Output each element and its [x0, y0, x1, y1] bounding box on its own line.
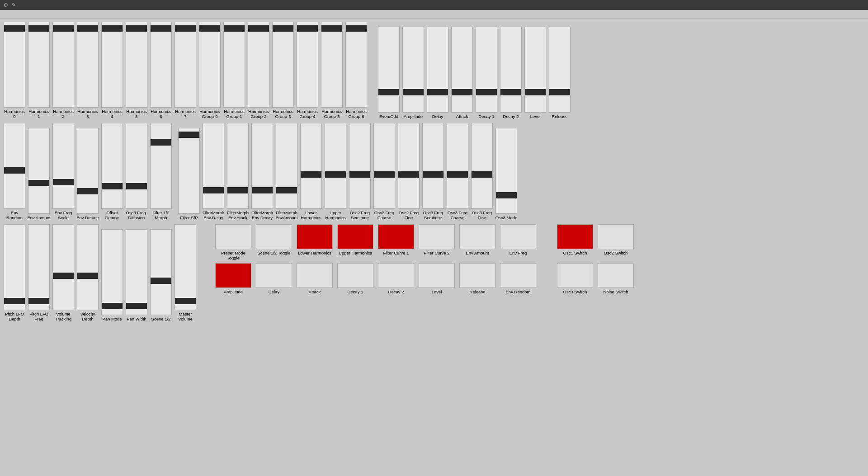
slider-decay-1[interactable]: Decay 1 — [475, 27, 498, 119]
slider-track[interactable] — [175, 224, 196, 310]
slider-track[interactable] — [77, 22, 99, 108]
slider-track[interactable] — [272, 22, 294, 108]
btn-amplitude[interactable]: Amplitude — [214, 263, 252, 294]
slider-track[interactable] — [297, 22, 318, 108]
btn-decay-2[interactable]: Decay 2 — [377, 263, 415, 294]
slider-osc2-freq-coarse[interactable]: Osc2 Freq Coarse — [373, 123, 396, 221]
slider-master-volume[interactable]: Master Volume — [174, 224, 197, 322]
button-rect[interactable] — [598, 263, 634, 288]
button-rect[interactable] — [378, 224, 414, 249]
slider-decay-2[interactable]: Decay 2 — [499, 27, 523, 119]
slider-track[interactable] — [203, 123, 224, 209]
button-rect[interactable] — [419, 263, 455, 288]
slider-osc3-freq-semitone[interactable]: Osc3 Freq Semitone — [421, 123, 445, 221]
btn-env-amount[interactable]: Env Amount — [458, 224, 496, 261]
slider-track[interactable] — [524, 27, 546, 113]
slider-delay[interactable]: Delay — [426, 27, 449, 119]
btn-scene-1-2-toggle[interactable]: Scene 1/2 Toggle — [255, 224, 293, 261]
slider-filtermorph-env-decay[interactable]: FilterMorph Env Decay — [250, 123, 274, 221]
slider-osc3-mode[interactable]: Osc3 Mode — [495, 128, 518, 220]
slider-harmonics-group-1[interactable]: Harmonics Group-1 — [222, 22, 246, 119]
button-rect[interactable] — [419, 224, 455, 249]
slider-osc2-freq-fine[interactable]: Osc2 Freq Fine — [397, 123, 420, 221]
button-rect[interactable] — [337, 263, 373, 288]
slider-attack[interactable]: Attack — [450, 27, 474, 119]
btn-filter-curve-1[interactable]: Filter Curve 1 — [377, 224, 415, 261]
btn-env-random[interactable]: Env Random — [499, 263, 537, 294]
button-rect[interactable] — [459, 224, 495, 249]
btn-lower-harmonics[interactable]: Lower Harmonics — [296, 224, 334, 261]
slider-track[interactable] — [150, 123, 172, 209]
slider-env-amount[interactable]: Env Amount — [27, 128, 51, 220]
slider-track[interactable] — [345, 22, 367, 108]
slider-track[interactable] — [28, 224, 50, 310]
button-rect[interactable] — [378, 263, 414, 288]
slider-env-freq-scale[interactable]: Env Freq Scale — [52, 123, 75, 221]
button-rect[interactable] — [337, 224, 373, 249]
slider-track[interactable] — [126, 22, 147, 108]
btn-env-freq[interactable]: Env Freq — [499, 224, 537, 261]
slider-track[interactable] — [150, 22, 172, 108]
slider-track[interactable] — [227, 123, 249, 209]
btn-osc3-switch[interactable]: Osc3 Switch — [556, 263, 594, 294]
slider-track[interactable] — [28, 128, 50, 214]
btn-filter-curve-2[interactable]: Filter Curve 2 — [418, 224, 456, 261]
slider-harmonics-3[interactable]: Harmonics 3 — [76, 22, 99, 119]
slider-filtermorph-env-atack[interactable]: FilterMorph Env Atack — [226, 123, 250, 221]
slider-filter-1/2-morph[interactable]: Filter 1/2 Morph — [149, 123, 173, 221]
slider-env-detune[interactable]: Env Detune — [76, 128, 99, 220]
slider-track[interactable] — [349, 123, 371, 209]
slider-track[interactable] — [77, 128, 99, 214]
slider-track[interactable] — [248, 22, 269, 108]
slider-track[interactable] — [101, 22, 123, 108]
btn-decay-1[interactable]: Decay 1 — [336, 263, 374, 294]
slider-harmonics-group-6[interactable]: Harmonics Group-6 — [344, 22, 368, 119]
slider-track[interactable] — [52, 224, 74, 310]
slider-track[interactable] — [476, 27, 497, 113]
slider-harmonics-5[interactable]: Harmonics 5 — [125, 22, 148, 119]
slider-track[interactable] — [199, 22, 221, 108]
slider-upper-harmonics[interactable]: Upper Harmonics — [324, 123, 347, 221]
slider-track[interactable] — [175, 22, 196, 108]
slider-track[interactable] — [101, 229, 123, 315]
button-rect[interactable] — [215, 224, 251, 249]
slider-track[interactable] — [4, 22, 25, 108]
slider-harmonics-0[interactable]: Harmonics 0 — [3, 22, 26, 119]
button-rect[interactable] — [557, 224, 593, 249]
slider-track[interactable] — [4, 123, 25, 209]
slider-harmonics-1[interactable]: Harmonics 1 — [27, 22, 51, 119]
slider-filter-s/p[interactable]: Filter S/P — [177, 128, 201, 220]
slider-track[interactable] — [427, 27, 448, 113]
btn-osc1-switch[interactable]: Osc1 Switch — [556, 224, 594, 261]
slider-pan-width[interactable]: Pan Width — [125, 229, 148, 321]
slider-harmonics-group-0[interactable]: Harmonics Group-0 — [198, 22, 222, 119]
slider-harmonics-group-5[interactable]: Harmonics Group-5 — [320, 22, 344, 119]
button-rect[interactable] — [459, 263, 495, 288]
button-rect[interactable] — [500, 263, 536, 288]
slider-track[interactable] — [471, 123, 493, 209]
btn-preset-mode-toggle[interactable]: Preset Mode Toggle — [214, 224, 252, 261]
slider-track[interactable] — [325, 123, 346, 209]
button-rect[interactable] — [557, 263, 593, 288]
slider-track[interactable] — [321, 22, 343, 108]
btn-upper-harmonics[interactable]: Upper Harmonics — [336, 224, 374, 261]
slider-track[interactable] — [101, 123, 123, 209]
slider-track[interactable] — [447, 123, 468, 209]
button-rect[interactable] — [297, 263, 333, 288]
btn-level[interactable]: Level — [418, 263, 456, 294]
slider-offset-detune[interactable]: Offset Detune — [100, 123, 124, 221]
slider-volume-tracking[interactable]: Volume Tracking — [52, 224, 75, 322]
slider-track[interactable] — [276, 123, 297, 209]
slider-harmonics-group-4[interactable]: Harmonics Group-4 — [296, 22, 319, 119]
slider-track[interactable] — [549, 27, 571, 113]
button-rect[interactable] — [500, 224, 536, 249]
slider-harmonics-group-3[interactable]: Harmonics Group-3 — [271, 22, 295, 119]
button-rect[interactable] — [598, 224, 634, 249]
slider-track[interactable] — [126, 123, 147, 209]
slider-env-random[interactable]: Env Random — [3, 123, 26, 221]
slider-filtermorph-envamount[interactable]: FilterMorph EnvAmount — [275, 123, 298, 221]
slider-even/odd[interactable]: Even/Odd — [377, 27, 401, 119]
slider-track[interactable] — [373, 123, 395, 209]
slider-harmonics-7[interactable]: Harmonics 7 — [174, 22, 197, 119]
btn-osc2-switch[interactable]: Osc2 Switch — [597, 224, 635, 261]
